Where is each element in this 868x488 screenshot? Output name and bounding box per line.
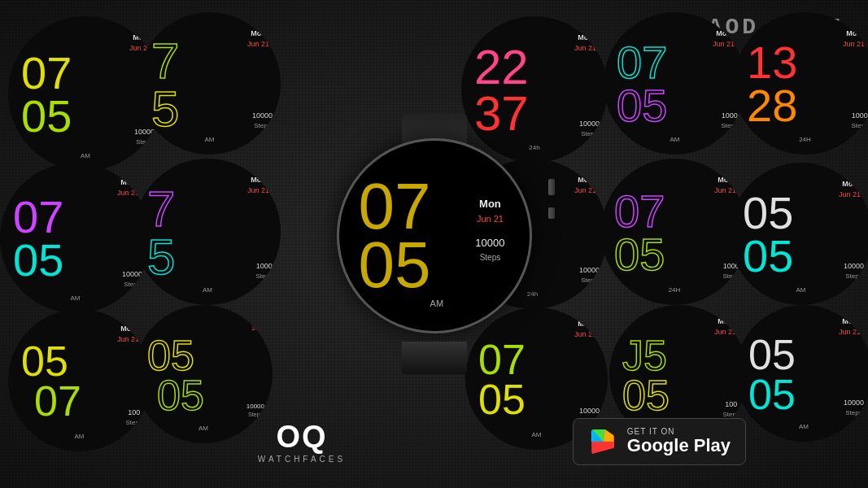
watch-body: 07 05 Mon Jun 21 10000 Steps AM [337,138,532,333]
watch-face-11: 07 05 Mon Jun 21 1000 Steps 24H [601,159,748,305]
watch-ampm: AM [430,298,444,308]
watch-face-5: 05 07 Mon Jun 21 100 Steps AM [8,309,150,451]
logo-oq: OQ WATCHFACES [258,420,346,464]
main-watch: 07 05 Mon Jun 21 10000 Steps AM [321,114,548,374]
logo-subtitle: WATCHFACES [258,455,346,464]
google-play-button[interactable]: GET IT ON Google Play [573,418,746,465]
watch-date: Jun 21 [475,211,504,225]
watch-face-15: 05 05 Mon Jun 21 10000 Steps AM [735,305,868,442]
watch-face-4: 7 5 Mon Jun 21 1000 Steps AM [134,159,281,305]
watch-day: Mon [475,196,504,212]
watch-info: Mon Jun 21 10000 Steps [475,196,504,264]
watch-face-12: 05 05 Mon Jun 21 10000 Steps AM [730,163,868,305]
watch-face-9: 13 28 Mon Jun 21 1000 Steps 24H [734,12,868,155]
google-play-icon [588,427,617,456]
watch-steps-label: Steps [475,251,504,263]
watch-button [548,207,555,219]
watch-band-bottom [402,342,467,374]
watch-face-8: 07 05 Mon Jun 21 1000 Steps AM [604,12,746,155]
watch-face-2: 7 5 Mon Jun 21 10000 Steps AM [138,12,281,155]
watch-face-6: 05 05 Jun 21 10000 Steps AM [134,305,273,443]
store-name-label: Google Play [627,436,731,455]
watch-minute: 05 [359,236,431,294]
logo-letters: OQ [258,420,346,455]
watch-face-main: 07 05 Mon Jun 21 10000 Steps AM [339,141,530,331]
watch-face-3: 07 05 Mon Jun 21 10000 Steps AM [0,163,150,313]
svg-marker-25 [592,442,613,454]
watch-crown [548,179,555,195]
svg-marker-24 [604,429,613,442]
watch-steps-count: 10000 [475,235,504,251]
watch-hour: 07 [359,177,431,236]
google-play-text: GET IT ON Google Play [627,427,731,455]
